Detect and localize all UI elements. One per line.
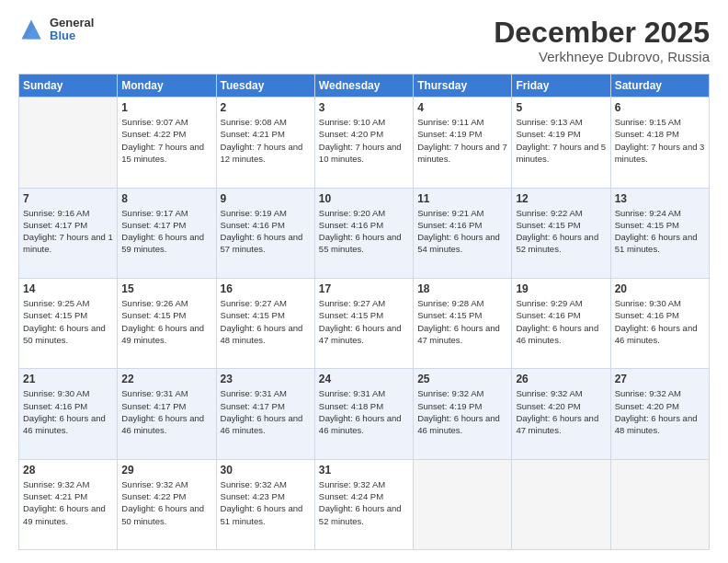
day-info: Sunrise: 9:27 AM Sunset: 4:15 PM Dayligh… bbox=[221, 297, 311, 346]
calendar-cell: 4Sunrise: 9:11 AM Sunset: 4:19 PM Daylig… bbox=[414, 98, 512, 188]
day-info: Sunrise: 9:20 AM Sunset: 4:16 PM Dayligh… bbox=[319, 207, 409, 256]
day-number: 13 bbox=[615, 192, 705, 205]
calendar-week-5: 28Sunrise: 9:32 AM Sunset: 4:21 PM Dayli… bbox=[19, 459, 710, 549]
weekday-header-tuesday: Tuesday bbox=[216, 75, 314, 98]
weekday-header-sunday: Sunday bbox=[19, 75, 118, 98]
day-info: Sunrise: 9:15 AM Sunset: 4:18 PM Dayligh… bbox=[615, 116, 705, 165]
header: General Blue December 2025 Verkhneye Dub… bbox=[18, 17, 710, 64]
calendar-cell: 8Sunrise: 9:17 AM Sunset: 4:17 PM Daylig… bbox=[118, 188, 216, 278]
calendar-week-2: 7Sunrise: 9:16 AM Sunset: 4:17 PM Daylig… bbox=[19, 188, 710, 278]
day-number: 25 bbox=[417, 373, 507, 385]
day-info: Sunrise: 9:31 AM Sunset: 4:18 PM Dayligh… bbox=[319, 387, 409, 436]
month-title: December 2025 bbox=[494, 17, 710, 49]
weekday-header-monday: Monday bbox=[118, 75, 216, 98]
day-number: 29 bbox=[121, 464, 211, 477]
day-number: 19 bbox=[516, 282, 606, 295]
calendar-cell bbox=[414, 459, 512, 549]
calendar-cell: 10Sunrise: 9:20 AM Sunset: 4:16 PM Dayli… bbox=[314, 188, 413, 278]
day-number: 17 bbox=[319, 282, 409, 295]
day-number: 3 bbox=[319, 101, 409, 114]
calendar-cell bbox=[19, 98, 118, 188]
calendar-cell: 13Sunrise: 9:24 AM Sunset: 4:15 PM Dayli… bbox=[610, 188, 709, 278]
calendar-week-1: 1Sunrise: 9:07 AM Sunset: 4:22 PM Daylig… bbox=[19, 98, 710, 188]
day-info: Sunrise: 9:22 AM Sunset: 4:15 PM Dayligh… bbox=[516, 207, 606, 256]
day-info: Sunrise: 9:30 AM Sunset: 4:16 PM Dayligh… bbox=[615, 297, 705, 346]
calendar-cell: 26Sunrise: 9:32 AM Sunset: 4:20 PM Dayli… bbox=[512, 369, 610, 459]
weekday-header-saturday: Saturday bbox=[610, 75, 709, 98]
day-number: 24 bbox=[319, 373, 409, 385]
day-info: Sunrise: 9:21 AM Sunset: 4:16 PM Dayligh… bbox=[417, 207, 507, 256]
calendar-cell bbox=[610, 459, 709, 549]
calendar-cell: 11Sunrise: 9:21 AM Sunset: 4:16 PM Dayli… bbox=[414, 188, 512, 278]
day-number: 31 bbox=[319, 464, 409, 477]
day-info: Sunrise: 9:29 AM Sunset: 4:16 PM Dayligh… bbox=[516, 297, 606, 346]
day-info: Sunrise: 9:19 AM Sunset: 4:16 PM Dayligh… bbox=[221, 207, 311, 256]
day-number: 9 bbox=[221, 192, 311, 205]
calendar-week-3: 14Sunrise: 9:25 AM Sunset: 4:15 PM Dayli… bbox=[19, 278, 710, 368]
calendar-cell: 22Sunrise: 9:31 AM Sunset: 4:17 PM Dayli… bbox=[118, 369, 216, 459]
day-info: Sunrise: 9:32 AM Sunset: 4:24 PM Dayligh… bbox=[319, 478, 409, 527]
day-number: 15 bbox=[121, 282, 211, 295]
day-number: 1 bbox=[121, 101, 211, 114]
calendar-cell: 25Sunrise: 9:32 AM Sunset: 4:19 PM Dayli… bbox=[414, 369, 512, 459]
day-number: 4 bbox=[417, 101, 507, 114]
calendar-week-4: 21Sunrise: 9:30 AM Sunset: 4:16 PM Dayli… bbox=[19, 369, 710, 459]
title-block: December 2025 Verkhneye Dubrovo, Russia bbox=[494, 17, 710, 64]
day-info: Sunrise: 9:26 AM Sunset: 4:15 PM Dayligh… bbox=[121, 297, 211, 346]
day-number: 10 bbox=[319, 192, 409, 205]
day-number: 6 bbox=[615, 101, 705, 114]
calendar-cell: 7Sunrise: 9:16 AM Sunset: 4:17 PM Daylig… bbox=[19, 188, 118, 278]
calendar-cell: 19Sunrise: 9:29 AM Sunset: 4:16 PM Dayli… bbox=[512, 278, 610, 368]
day-number: 14 bbox=[23, 282, 113, 295]
day-info: Sunrise: 9:32 AM Sunset: 4:20 PM Dayligh… bbox=[615, 387, 705, 436]
calendar-cell bbox=[512, 459, 610, 549]
calendar-cell: 20Sunrise: 9:30 AM Sunset: 4:16 PM Dayli… bbox=[610, 278, 709, 368]
calendar-cell: 29Sunrise: 9:32 AM Sunset: 4:22 PM Dayli… bbox=[118, 459, 216, 549]
weekday-header-thursday: Thursday bbox=[414, 75, 512, 98]
day-info: Sunrise: 9:24 AM Sunset: 4:15 PM Dayligh… bbox=[615, 207, 705, 256]
calendar-cell: 12Sunrise: 9:22 AM Sunset: 4:15 PM Dayli… bbox=[512, 188, 610, 278]
calendar-cell: 1Sunrise: 9:07 AM Sunset: 4:22 PM Daylig… bbox=[118, 98, 216, 188]
calendar-cell: 6Sunrise: 9:15 AM Sunset: 4:18 PM Daylig… bbox=[610, 98, 709, 188]
weekday-header-wednesday: Wednesday bbox=[314, 75, 413, 98]
calendar-cell: 24Sunrise: 9:31 AM Sunset: 4:18 PM Dayli… bbox=[314, 369, 413, 459]
day-number: 22 bbox=[121, 373, 211, 385]
location: Verkhneye Dubrovo, Russia bbox=[494, 49, 710, 64]
day-number: 12 bbox=[516, 192, 606, 205]
day-info: Sunrise: 9:32 AM Sunset: 4:19 PM Dayligh… bbox=[417, 387, 507, 436]
day-info: Sunrise: 9:13 AM Sunset: 4:19 PM Dayligh… bbox=[516, 116, 606, 165]
day-info: Sunrise: 9:32 AM Sunset: 4:22 PM Dayligh… bbox=[121, 478, 211, 527]
day-number: 7 bbox=[23, 192, 113, 205]
day-info: Sunrise: 9:27 AM Sunset: 4:15 PM Dayligh… bbox=[319, 297, 409, 346]
day-info: Sunrise: 9:17 AM Sunset: 4:17 PM Dayligh… bbox=[121, 207, 211, 256]
day-info: Sunrise: 9:32 AM Sunset: 4:23 PM Dayligh… bbox=[221, 478, 311, 527]
day-info: Sunrise: 9:16 AM Sunset: 4:17 PM Dayligh… bbox=[23, 207, 113, 256]
day-number: 11 bbox=[417, 192, 507, 205]
calendar-cell: 18Sunrise: 9:28 AM Sunset: 4:15 PM Dayli… bbox=[414, 278, 512, 368]
calendar-cell: 30Sunrise: 9:32 AM Sunset: 4:23 PM Dayli… bbox=[216, 459, 314, 549]
day-number: 5 bbox=[516, 101, 606, 114]
page: General Blue December 2025 Verkhneye Dub… bbox=[0, 0, 728, 563]
day-info: Sunrise: 9:11 AM Sunset: 4:19 PM Dayligh… bbox=[417, 116, 507, 165]
logo-general: General bbox=[50, 17, 94, 29]
day-number: 23 bbox=[221, 373, 311, 385]
logo: General Blue bbox=[18, 17, 94, 43]
day-number: 21 bbox=[23, 373, 113, 385]
day-info: Sunrise: 9:10 AM Sunset: 4:20 PM Dayligh… bbox=[319, 116, 409, 165]
day-info: Sunrise: 9:31 AM Sunset: 4:17 PM Dayligh… bbox=[221, 387, 311, 436]
day-number: 8 bbox=[121, 192, 211, 205]
day-info: Sunrise: 9:31 AM Sunset: 4:17 PM Dayligh… bbox=[121, 387, 211, 436]
day-number: 27 bbox=[615, 373, 705, 385]
logo-blue: Blue bbox=[50, 29, 94, 42]
day-number: 16 bbox=[221, 282, 311, 295]
calendar-cell: 31Sunrise: 9:32 AM Sunset: 4:24 PM Dayli… bbox=[314, 459, 413, 549]
day-number: 2 bbox=[221, 101, 311, 114]
logo-icon bbox=[18, 17, 44, 42]
day-number: 28 bbox=[23, 464, 113, 477]
calendar-cell: 23Sunrise: 9:31 AM Sunset: 4:17 PM Dayli… bbox=[216, 369, 314, 459]
day-info: Sunrise: 9:32 AM Sunset: 4:20 PM Dayligh… bbox=[516, 387, 606, 436]
calendar-cell: 28Sunrise: 9:32 AM Sunset: 4:21 PM Dayli… bbox=[19, 459, 118, 549]
day-number: 30 bbox=[221, 464, 311, 477]
calendar-cell: 27Sunrise: 9:32 AM Sunset: 4:20 PM Dayli… bbox=[610, 369, 709, 459]
day-info: Sunrise: 9:25 AM Sunset: 4:15 PM Dayligh… bbox=[23, 297, 113, 346]
